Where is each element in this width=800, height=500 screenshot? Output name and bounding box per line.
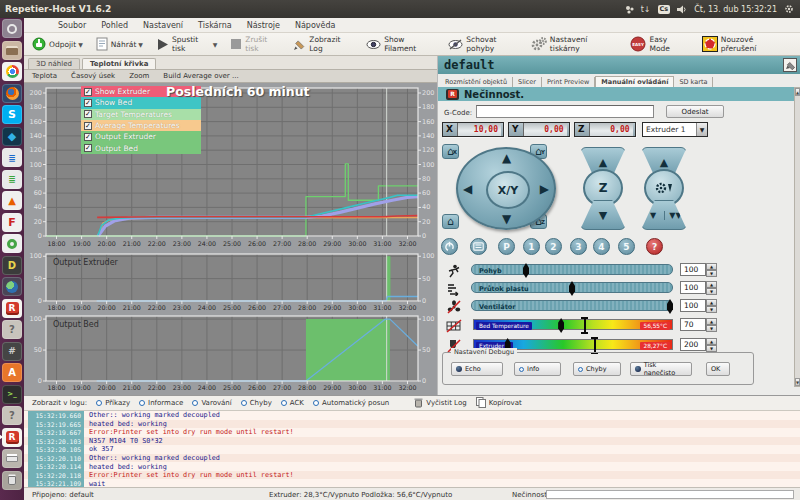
- session-gear-icon[interactable]: [784, 4, 794, 14]
- clock[interactable]: Čt, 13. dub 15:32:21: [694, 5, 777, 14]
- tab-3d-n-hled[interactable]: 3D náhled: [28, 58, 80, 69]
- printer-settings-button[interactable]: Nastavení tiskárny: [527, 33, 621, 55]
- chevron-down-icon[interactable]: ▼: [138, 41, 143, 48]
- preset-5-button[interactable]: 5: [618, 238, 635, 255]
- jog-x-minus-icon[interactable]: ◀: [463, 182, 472, 196]
- spin-up-icon[interactable]: ▲: [706, 299, 717, 306]
- launcher-terminal-icon[interactable]: >_: [2, 385, 22, 404]
- tab-sd-karta[interactable]: SD karta: [674, 77, 713, 87]
- spin-down-icon[interactable]: ▼: [706, 288, 717, 295]
- launcher-skype-icon[interactable]: S: [2, 105, 22, 124]
- spin-up-icon[interactable]: ▲: [706, 263, 717, 270]
- flow-value-input[interactable]: 100: [680, 281, 706, 294]
- log-filter-ack[interactable]: ACK: [281, 399, 304, 407]
- feedrate-thumb[interactable]: [523, 263, 529, 278]
- fan-slider[interactable]: Ventilátor: [471, 300, 673, 311]
- extrude-small-icon[interactable]: ▼: [642, 211, 664, 220]
- launcher-libreoffice-calc-icon[interactable]: ≣: [2, 170, 22, 189]
- flow-slider[interactable]: Průtok plastu: [471, 282, 673, 293]
- launcher-design-tool-icon[interactable]: D: [2, 256, 22, 275]
- bed-temperature-thumb[interactable]: [558, 318, 564, 333]
- spin-up-icon[interactable]: ▲: [706, 338, 717, 345]
- echo-button[interactable]: Echo: [451, 362, 503, 376]
- bed-temperature-slider[interactable]: Bed Temperature56,55°C: [473, 319, 673, 330]
- spin-up-icon[interactable]: ▲: [706, 318, 717, 325]
- launcher-freecad-icon[interactable]: F: [2, 213, 22, 232]
- launcher-vlc-icon[interactable]: ▲: [2, 191, 22, 210]
- info-button[interactable]: Info: [514, 362, 561, 376]
- log-rows[interactable]: 15:32:19.660Other:: working marked decou…: [24, 411, 800, 488]
- checkbox-icon[interactable]: ✓: [84, 122, 92, 130]
- extruder-temperature-value-input[interactable]: 200: [680, 338, 706, 351]
- xy-jog-pad[interactable]: ▲ ▼ ◀ ▶ X/Y: [456, 147, 556, 230]
- toggle-log-button[interactable]: Zobrazit Log: [289, 33, 357, 55]
- chevron-down-icon[interactable]: ▼: [213, 41, 218, 48]
- chevron-down-icon[interactable]: ▼: [78, 41, 83, 48]
- launcher-accessories-icon[interactable]: A: [2, 363, 22, 382]
- xy-pad-center[interactable]: X/Y: [486, 171, 530, 209]
- output-extruder-chart[interactable]: 00505010010018:0019:0020:0021:0022:0023:…: [26, 251, 435, 313]
- chyby-button[interactable]: Chyby: [573, 362, 621, 376]
- feedrate-value-input[interactable]: 100: [680, 263, 706, 276]
- launcher-unknown-app-2-icon[interactable]: ?: [2, 406, 22, 425]
- load-button[interactable]: Náhrát▼: [92, 35, 147, 53]
- fan-value-input[interactable]: 100: [680, 299, 706, 312]
- ok-button[interactable]: OK: [706, 362, 730, 376]
- checkbox-icon[interactable]: ✓: [84, 99, 92, 107]
- spin-up-icon[interactable]: ▲: [706, 281, 717, 288]
- chart-menu-teplota[interactable]: Teplota: [32, 72, 57, 80]
- tisk-nane-isto-button[interactable]: Tisk nanečisto: [630, 362, 692, 376]
- keyboard-layout-indicator[interactable]: Cs: [658, 5, 671, 14]
- launcher-firefox-icon[interactable]: [2, 84, 22, 103]
- checkbox-icon[interactable]: ✓: [84, 88, 92, 96]
- extrude-fast-icon[interactable]: ▼▼: [664, 211, 686, 220]
- fan-thumb[interactable]: [667, 299, 673, 314]
- jog-x-plus-icon[interactable]: ▶: [540, 182, 549, 196]
- gcode-input[interactable]: [476, 105, 654, 118]
- preset-1-button[interactable]: 1: [523, 238, 540, 255]
- bed-temperature-value-input[interactable]: 70: [680, 318, 706, 331]
- log-filter-informace[interactable]: Informace: [139, 399, 183, 407]
- text-input-icon[interactable]: t↓: [641, 5, 651, 14]
- tab-print-preview[interactable]: Print Preview: [542, 77, 595, 87]
- launcher-files-icon[interactable]: [2, 41, 22, 60]
- disconnect-button[interactable]: Odpojit▼: [28, 35, 87, 53]
- home-x-button[interactable]: ⌂X: [442, 144, 459, 159]
- show-filament-button[interactable]: Show Filament: [362, 33, 439, 55]
- emergency-stop-button[interactable]: Nouzové přerušení: [698, 33, 792, 55]
- easy-mode-button[interactable]: EASYEasy Mode: [626, 33, 691, 55]
- log-filter-automatick-posun[interactable]: Automatický posun: [313, 399, 389, 407]
- output-bed-chart[interactable]: 00505010010018:0019:0020:0021:0022:0023:…: [26, 313, 435, 393]
- extruder-select[interactable]: Extruder 1 ▼: [642, 122, 708, 137]
- chart-menu-build-average-over-[interactable]: Build Average over ...: [163, 72, 238, 80]
- chart-menu-zoom[interactable]: Zoom: [129, 72, 149, 80]
- menu-pohled[interactable]: Pohled: [101, 21, 128, 30]
- tab-manu-ln-ovl-d-n-[interactable]: Manuální ovládání: [595, 76, 674, 87]
- start-print-button[interactable]: Spustit tisk▼: [152, 33, 221, 55]
- chevron-down-icon[interactable]: ▼: [696, 123, 707, 136]
- menu-n-pov-da[interactable]: Nápověda: [295, 21, 336, 30]
- home-all-button[interactable]: ⌂: [442, 214, 459, 229]
- park-button[interactable]: P: [498, 238, 515, 255]
- launcher-calculator-icon[interactable]: #: [2, 342, 22, 361]
- scroll-up-icon[interactable]: ▲: [795, 88, 800, 96]
- launcher-unknown-app-1-icon[interactable]: ?: [2, 320, 22, 339]
- kop-rovat-button[interactable]: Kopírovat: [476, 397, 522, 410]
- preset-3-button[interactable]: 3: [570, 238, 587, 255]
- z-down-button[interactable]: ▼: [580, 200, 626, 230]
- hide-travel-button[interactable]: Schovat pohyby: [444, 33, 527, 55]
- temperature-chart[interactable]: 0020204040606080801001001201201401401601…: [26, 83, 435, 249]
- menu-soubor[interactable]: Soubor: [58, 21, 86, 30]
- menu-nastaven-[interactable]: Nastavení: [143, 21, 183, 30]
- checkbox-icon[interactable]: ✓: [84, 133, 92, 141]
- preset-2-button[interactable]: 2: [545, 238, 562, 255]
- spin-down-icon[interactable]: ▼: [706, 325, 717, 332]
- motors-button[interactable]: [470, 238, 487, 255]
- checkbox-icon[interactable]: ✓: [84, 110, 92, 118]
- vy-istit-log-button[interactable]: Vyčistit Log: [414, 397, 466, 410]
- flow-thumb[interactable]: [569, 281, 575, 296]
- jog-y-plus-icon[interactable]: ▲: [502, 151, 511, 165]
- launcher-repetier-host-icon[interactable]: R: [2, 428, 22, 447]
- preset-4-button[interactable]: 4: [593, 238, 610, 255]
- launcher-trash-icon[interactable]: [2, 471, 22, 490]
